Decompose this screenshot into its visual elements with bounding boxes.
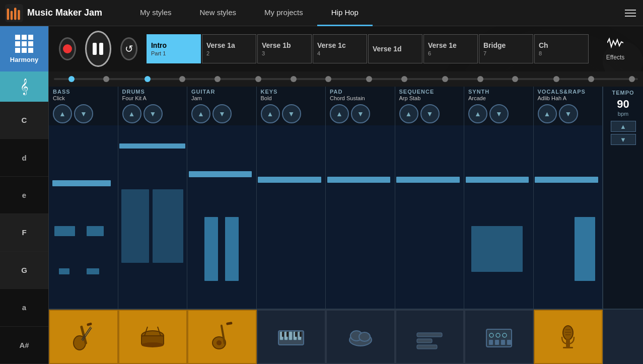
- svg-rect-29: [226, 322, 233, 325]
- note-key-e[interactable]: e: [0, 177, 48, 214]
- note-key-Asharp[interactable]: A#: [0, 327, 48, 364]
- record-button[interactable]: [59, 37, 76, 60]
- guitar-pattern: [187, 125, 256, 309]
- synth-prev[interactable]: ▲: [468, 104, 487, 123]
- synth-instrument-button[interactable]: [464, 310, 534, 364]
- timeline-dot-6[interactable]: [291, 76, 297, 82]
- drums-prev[interactable]: ▲: [122, 104, 141, 123]
- guitar-instrument-button[interactable]: [187, 310, 257, 364]
- hamburger-menu-icon[interactable]: [623, 8, 638, 19]
- svg-rect-53: [507, 340, 511, 345]
- timeline-dot-11[interactable]: [477, 76, 483, 82]
- timeline-dot-8[interactable]: [366, 76, 372, 82]
- content-area: HIP-HOP MUSIC MAKER JAM SESSION ↺: [49, 26, 643, 364]
- svg-point-42: [359, 332, 370, 341]
- timeline-dot-10[interactable]: [442, 76, 448, 82]
- part-verse1e[interactable]: Verse 1e 6: [423, 34, 478, 63]
- part-ch[interactable]: Ch 8: [534, 34, 589, 63]
- timeline-track[interactable]: [54, 78, 638, 80]
- tab-new-styles[interactable]: New styles: [186, 0, 251, 26]
- tempo-value: 90: [617, 98, 629, 111]
- timeline[interactable]: [49, 71, 643, 87]
- timeline-dot-1[interactable]: [103, 76, 109, 82]
- svg-rect-43: [417, 333, 442, 337]
- keys-pattern: [257, 125, 326, 309]
- tempo-up[interactable]: ▲: [611, 121, 636, 132]
- sequence-preset: Arp Stab: [399, 95, 460, 101]
- tempo-down[interactable]: ▼: [611, 134, 636, 145]
- svg-rect-52: [501, 340, 505, 345]
- part-verse1c[interactable]: Verse 1c 4: [313, 34, 367, 63]
- pad-prev[interactable]: ▲: [330, 104, 349, 123]
- guitar-icon: [207, 322, 237, 352]
- drums-preset: Four Kit A: [122, 95, 183, 101]
- pad-instrument-button[interactable]: [326, 310, 395, 364]
- loop-button[interactable]: ↺: [120, 37, 137, 60]
- vocals-next[interactable]: ▼: [559, 104, 578, 123]
- tab-my-styles[interactable]: My styles: [126, 0, 186, 26]
- bass-instrument-button[interactable]: [49, 310, 118, 364]
- svg-rect-56: [566, 345, 570, 347]
- timeline-dot-5[interactable]: [255, 76, 261, 82]
- drums-instrument-button[interactable]: [118, 310, 188, 364]
- note-key-d[interactable]: d: [0, 139, 48, 176]
- timeline-dot-0[interactable]: [68, 76, 75, 82]
- keys-prev[interactable]: ▲: [261, 104, 280, 123]
- svg-rect-55: [566, 339, 570, 346]
- part-bridge[interactable]: Bridge 7: [479, 34, 533, 63]
- svg-point-23: [141, 342, 164, 347]
- pad-next[interactable]: ▼: [351, 104, 370, 123]
- drums-next[interactable]: ▼: [144, 104, 163, 123]
- timeline-dot-13[interactable]: [553, 76, 559, 82]
- bass-prev[interactable]: ▲: [53, 104, 72, 123]
- part-verse1d[interactable]: Verse 1d: [368, 34, 422, 63]
- guitar-prev[interactable]: ▲: [191, 104, 210, 123]
- sequence-icon: [414, 322, 445, 352]
- play-pause-button[interactable]: [85, 31, 111, 67]
- timeline-dot-12[interactable]: [512, 76, 518, 82]
- part-verse1a[interactable]: Verse 1a 2: [202, 34, 256, 63]
- keys-instrument-button[interactable]: [257, 310, 326, 364]
- effects-button[interactable]: Effects: [598, 33, 633, 65]
- timeline-dot-9[interactable]: [401, 76, 407, 82]
- timeline-dot-15[interactable]: [629, 76, 635, 82]
- svg-rect-45: [417, 345, 437, 349]
- vocals-instrument-button[interactable]: [534, 310, 603, 364]
- sequence-next[interactable]: ▼: [420, 104, 440, 123]
- keys-preset: Bold: [261, 95, 322, 101]
- guitar-name: GUITAR: [191, 89, 252, 95]
- svg-rect-18: [87, 322, 92, 326]
- svg-rect-36: [282, 332, 284, 337]
- tab-my-projects[interactable]: My projects: [250, 0, 317, 26]
- bass-next[interactable]: ▼: [74, 104, 93, 123]
- timeline-dot-4[interactable]: [215, 76, 221, 82]
- note-key-a[interactable]: a: [0, 289, 48, 326]
- drums-name: DRUMS: [122, 89, 183, 95]
- synth-next[interactable]: ▼: [489, 104, 509, 123]
- part-intro[interactable]: Intro Part 1: [147, 34, 201, 63]
- part-verse1b[interactable]: Verse 1b 3: [257, 34, 312, 63]
- instrument-buttons-row: [49, 309, 643, 364]
- sequence-instrument-button[interactable]: [395, 310, 465, 364]
- note-key-F[interactable]: F: [0, 214, 48, 251]
- harmony-button[interactable]: Harmony: [0, 26, 48, 71]
- note-key-C[interactable]: C: [0, 102, 48, 139]
- guitar-next[interactable]: ▼: [212, 104, 232, 123]
- sequence-prev[interactable]: ▲: [399, 104, 418, 123]
- svg-rect-37: [287, 332, 289, 337]
- keys-next[interactable]: ▼: [282, 104, 301, 123]
- timeline-dot-14[interactable]: [588, 76, 594, 82]
- synth-pattern: [464, 125, 533, 309]
- tab-hip-hop[interactable]: Hip Hop: [317, 0, 373, 26]
- tempo-button-area: [603, 310, 643, 364]
- pad-name: PAD: [330, 89, 391, 95]
- svg-rect-33: [289, 332, 292, 340]
- timeline-dot-3[interactable]: [179, 76, 185, 82]
- note-key-G[interactable]: G: [0, 252, 48, 289]
- drums-icon: [137, 322, 168, 352]
- vocals-prev[interactable]: ▲: [538, 104, 557, 123]
- bass-preset: Click: [53, 95, 114, 101]
- pad-pattern: [326, 125, 395, 309]
- timeline-dot-2[interactable]: [145, 76, 151, 82]
- timeline-dot-7[interactable]: [325, 76, 331, 82]
